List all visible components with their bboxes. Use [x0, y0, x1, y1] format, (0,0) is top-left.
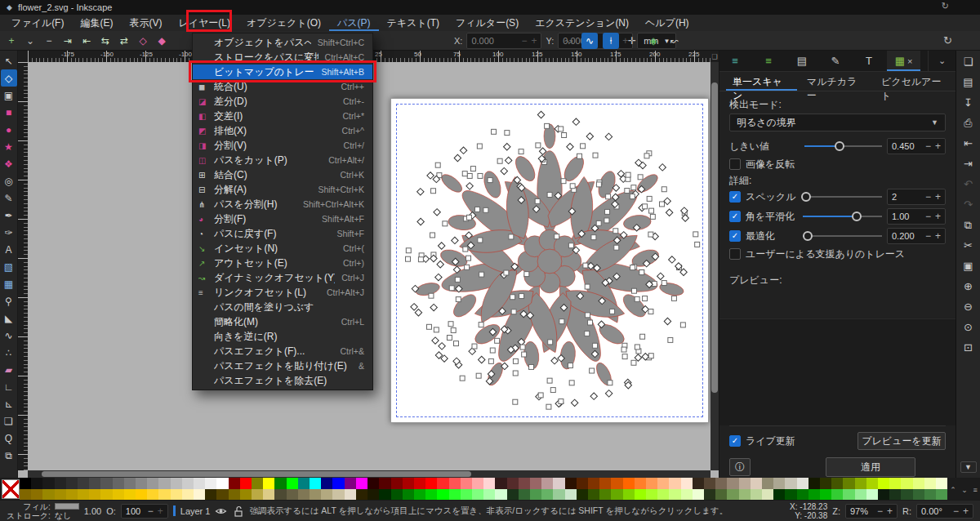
menu-item-dynamic-offset[interactable]: ↝ ダイナミックオフセット(Y) Ctrl+J [193, 270, 372, 285]
palette-swatch[interactable] [310, 478, 321, 489]
palette-swatch[interactable] [901, 478, 912, 489]
palette-swatch[interactable] [274, 478, 286, 489]
speckles-slider[interactable] [803, 191, 882, 203]
palette-swatch[interactable] [785, 478, 796, 489]
palette-scroll-down-icon[interactable]: ⌄ [961, 486, 968, 494]
menu-bar-item[interactable]: オブジェクト(O) [238, 15, 329, 31]
vertical-ruler[interactable] [18, 62, 28, 470]
corner-node-icon[interactable]: ◇ [135, 33, 151, 49]
menu-item-simplify[interactable]: 簡略化(M) Ctrl+L [193, 314, 372, 329]
palette-swatch[interactable] [820, 478, 831, 489]
palette-swatch[interactable] [171, 478, 182, 489]
menu-item-fill-between-paths[interactable]: パスの間を塗りつぶす [193, 300, 372, 314]
live-update-checkbox[interactable]: ✓ [729, 435, 741, 447]
palette-swatch[interactable] [831, 489, 843, 501]
optimize-input[interactable]: 0.200 −+ [887, 228, 946, 244]
threshold-slider[interactable] [804, 140, 882, 152]
palette-swatch[interactable] [913, 489, 924, 501]
palette-swatch[interactable] [519, 489, 530, 501]
palette-swatch[interactable] [332, 489, 344, 501]
edit-clip-icon[interactable]: ↝ [560, 33, 577, 49]
join-nodes-icon[interactable]: ⇥ [60, 33, 76, 49]
palette-swatch[interactable] [379, 478, 390, 489]
smooth-node-icon[interactable]: ◆ [154, 33, 170, 49]
delete-segment-icon[interactable]: ⇄ [116, 33, 132, 49]
palette-swatch[interactable] [889, 478, 901, 489]
pages-tool[interactable]: ❏ [1, 412, 17, 430]
palette-swatch[interactable] [588, 478, 599, 489]
menu-item-trace-bitmap[interactable]: ビットマップのトレース(T)... Shift+Alt+B [193, 65, 372, 79]
palette-swatch[interactable] [751, 478, 762, 489]
palette-swatch[interactable] [78, 489, 89, 501]
optimize-slider[interactable] [803, 230, 882, 242]
palette-swatch[interactable] [820, 489, 831, 501]
dock-tab-export[interactable]: ▤ [786, 51, 820, 71]
palette-swatch[interactable] [785, 489, 796, 501]
palette-swatch[interactable] [530, 478, 541, 489]
tab-pixel-art[interactable]: ピクセルアート [875, 72, 956, 91]
palette-swatch[interactable] [483, 489, 495, 501]
palette-swatch[interactable] [124, 489, 136, 501]
palette-swatch[interactable] [403, 478, 414, 489]
menu-item-reverse[interactable]: 向きを逆に(R) [193, 329, 372, 344]
palette-swatch[interactable] [855, 489, 866, 501]
palette-swatch[interactable] [519, 478, 530, 489]
vertical-scrollbar-thumb[interactable] [711, 82, 718, 393]
palette-swatch[interactable] [773, 478, 785, 489]
tab-single-scan[interactable]: 単一スキャン [726, 72, 797, 91]
x-coordinate-input[interactable]: 0.000 − + [466, 33, 541, 49]
horizontal-scrollbar-thumb[interactable] [42, 471, 472, 477]
shape-builder-tool[interactable]: ▣ [1, 87, 17, 104]
tweak-tool[interactable]: ∿ [1, 327, 17, 344]
palette-swatch[interactable] [205, 489, 216, 501]
palette-swatch[interactable] [42, 489, 54, 501]
layer-name[interactable]: Layer 1 [180, 506, 211, 516]
palette-swatch[interactable] [611, 478, 622, 489]
optimize-checkbox[interactable]: ✓ [729, 230, 741, 242]
threshold-input[interactable]: 0.450 −+ [887, 138, 946, 154]
menu-item-path-effects[interactable]: パスエフェクト(F)... Ctrl+& [193, 344, 372, 358]
fill-color-swatch[interactable] [55, 503, 79, 510]
palette-swatch[interactable] [31, 489, 42, 501]
menu-item-paste-path-effect[interactable]: パスエフェクトを貼り付け(E) & [193, 358, 372, 373]
palette-swatch[interactable] [100, 489, 112, 501]
menu-item-cut-path[interactable]: ◫ パスをカット(P) Ctrl+Alt+/ [193, 153, 372, 167]
palette-swatch[interactable] [646, 478, 657, 489]
palette-swatch[interactable] [368, 489, 379, 501]
palette-swatch[interactable] [391, 489, 403, 501]
palette-swatch[interactable] [715, 489, 727, 501]
sync-icon[interactable]: ↻ [942, 1, 949, 11]
zoom-tool[interactable]: Q [1, 430, 17, 447]
save-icon[interactable]: ↧ [960, 96, 977, 109]
pencil-tool[interactable]: ✎ [1, 189, 17, 207]
palette-swatch[interactable] [158, 478, 170, 489]
palette-swatch[interactable] [588, 489, 599, 501]
tab-multicolor[interactable]: マルチカラー [800, 72, 871, 91]
speckles-input[interactable]: 2 −+ [887, 189, 946, 205]
menu-item-inset[interactable]: ↘ インセット(N) Ctrl+( [193, 241, 372, 256]
palette-swatch[interactable] [727, 489, 738, 501]
palette-swatch[interactable] [20, 489, 31, 501]
palette-swatch[interactable] [924, 489, 936, 501]
palette-swatch[interactable] [565, 478, 577, 489]
dock-tab-overflow-chevron[interactable]: ⌄ [928, 51, 956, 71]
dock-tab-fill-stroke[interactable]: ✎ [820, 51, 853, 71]
palette-swatch[interactable] [182, 478, 194, 489]
palette-swatch[interactable] [762, 489, 773, 501]
no-color-swatch[interactable] [2, 479, 20, 499]
dock-tab-trace-bitmap[interactable]: ▦× [887, 51, 920, 71]
palette-swatch[interactable] [287, 489, 298, 501]
redo-icon[interactable]: ↷ [960, 198, 977, 212]
menu-path[interactable]: パス(P) [329, 15, 379, 31]
palette-swatch[interactable] [901, 489, 912, 501]
speckles-checkbox[interactable]: ✓ [729, 191, 741, 203]
palette-menu-icon[interactable]: ≡ [973, 486, 977, 494]
box3d-tool[interactable]: ❖ [1, 155, 17, 172]
copy-icon[interactable]: ⧉ [960, 218, 977, 232]
palette-swatch[interactable] [78, 478, 89, 489]
dock-tab-text[interactable]: T [853, 51, 887, 71]
dock-tab-objects[interactable]: ≡ [719, 51, 753, 71]
palette-swatch[interactable] [797, 489, 808, 501]
insert-node-icon[interactable]: + [3, 33, 20, 49]
menu-bar-item[interactable]: ファイル(F) [3, 15, 72, 31]
